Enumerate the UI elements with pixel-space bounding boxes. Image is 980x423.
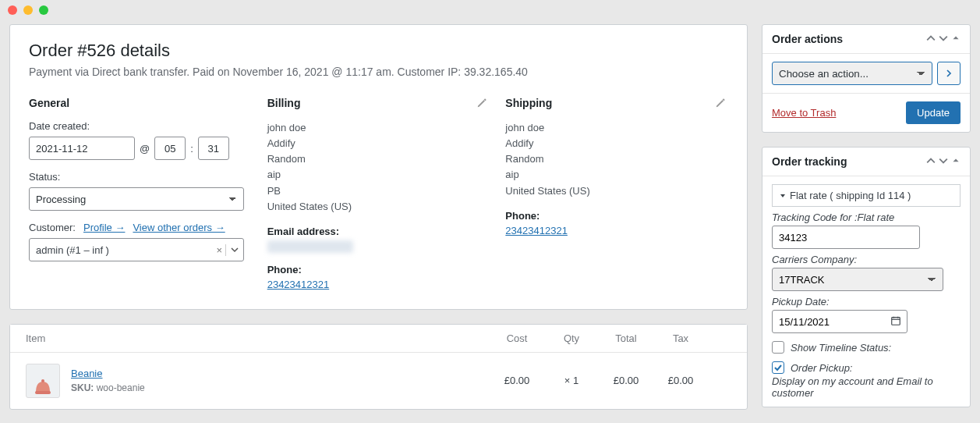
status-select[interactable]: Processing bbox=[29, 187, 244, 211]
panel-down-icon[interactable] bbox=[939, 156, 948, 168]
header-item: Item bbox=[26, 332, 490, 344]
order-pickup-checkbox[interactable] bbox=[772, 361, 784, 374]
shipping-method-toggle[interactable]: Flat rate ( shipping Id 114 ) bbox=[772, 184, 961, 207]
svg-rect-0 bbox=[35, 391, 51, 394]
panel-up-icon[interactable] bbox=[926, 34, 936, 45]
item-total: £0.00 bbox=[599, 375, 653, 386]
svg-point-1 bbox=[41, 379, 44, 382]
customer-select[interactable]: admin (#1 – inf ) × bbox=[29, 238, 244, 261]
colon-symbol: : bbox=[190, 143, 193, 155]
panel-toggle-icon[interactable] bbox=[951, 34, 961, 45]
update-button[interactable]: Update bbox=[906, 101, 961, 124]
customer-clear-icon[interactable]: × bbox=[213, 244, 225, 256]
panel-toggle-icon[interactable] bbox=[951, 156, 961, 168]
shipping-column: Shipping john doe Addify Random aip Unit… bbox=[505, 97, 728, 290]
order-title: Order #526 details bbox=[29, 41, 728, 61]
at-symbol: @ bbox=[140, 143, 150, 155]
chevron-down-icon[interactable] bbox=[225, 244, 239, 256]
item-tax: £0.00 bbox=[653, 375, 708, 386]
billing-heading: Billing bbox=[267, 97, 490, 109]
item-row: Beanie SKU: woo-beanie £0.00 × 1 £0.00 £… bbox=[10, 353, 747, 409]
carrier-label: Carriers Company: bbox=[772, 254, 961, 265]
order-tracking-title: Order tracking bbox=[772, 155, 847, 168]
pickup-date-label: Pickup Date: bbox=[772, 296, 961, 307]
item-cost: £0.00 bbox=[490, 375, 544, 386]
close-window-icon[interactable] bbox=[8, 5, 17, 15]
carrier-select[interactable]: 17TRACK bbox=[772, 268, 943, 291]
customer-label: Customer: bbox=[29, 222, 76, 233]
window-chrome bbox=[0, 0, 980, 20]
billing-address: john doe Addify Random aip PB United Sta… bbox=[267, 120, 490, 215]
minimize-window-icon[interactable] bbox=[23, 5, 33, 15]
shipping-heading: Shipping bbox=[505, 97, 728, 109]
timeline-label: Show Timeline Status: bbox=[791, 342, 891, 354]
view-orders-link[interactable]: View other orders → bbox=[133, 222, 225, 233]
header-total: Total bbox=[599, 332, 653, 344]
shipping-phone-label: Phone: bbox=[505, 210, 728, 222]
general-heading: General bbox=[29, 97, 252, 109]
hour-input[interactable] bbox=[154, 137, 186, 160]
order-actions-title: Order actions bbox=[772, 33, 843, 45]
item-qty: × 1 bbox=[544, 375, 599, 386]
pencil-icon[interactable] bbox=[714, 98, 725, 112]
product-thumbnail[interactable] bbox=[26, 364, 60, 398]
date-created-label: Date created: bbox=[29, 120, 252, 132]
maximize-window-icon[interactable] bbox=[39, 5, 48, 15]
order-details-panel: Order #526 details Payment via Direct ba… bbox=[9, 24, 748, 310]
order-subtitle: Payment via Direct bank transfer. Paid o… bbox=[29, 66, 728, 78]
general-column: General Date created: @ : Status: Proces… bbox=[29, 97, 252, 290]
move-to-trash-link[interactable]: Move to Trash bbox=[772, 107, 836, 119]
status-label: Status: bbox=[29, 171, 252, 183]
order-tracking-panel: Order tracking Flat rate ( shipping Id 1… bbox=[762, 147, 971, 407]
item-name-link[interactable]: Beanie bbox=[71, 368, 102, 379]
action-go-button[interactable] bbox=[937, 62, 961, 85]
date-created-input[interactable] bbox=[29, 137, 135, 160]
timeline-checkbox[interactable] bbox=[772, 341, 784, 354]
pickup-date-input[interactable] bbox=[772, 310, 907, 333]
pickup-help-text: Display on my account and Email to custo… bbox=[772, 375, 961, 399]
email-label: Email address: bbox=[267, 226, 490, 237]
header-qty: Qty bbox=[544, 332, 599, 344]
billing-phone-link[interactable]: 23423412321 bbox=[267, 279, 330, 290]
shipping-phone-link[interactable]: 23423412321 bbox=[505, 225, 568, 236]
shipping-address: john doe Addify Random aip United States… bbox=[505, 120, 728, 199]
profile-link[interactable]: Profile → bbox=[83, 222, 125, 233]
items-header: Item Cost Qty Total Tax bbox=[10, 325, 747, 353]
tracking-code-label: Tracking Code for :Flat rate bbox=[772, 212, 961, 223]
billing-phone-label: Phone: bbox=[267, 264, 490, 275]
pencil-icon[interactable] bbox=[476, 98, 486, 112]
billing-column: Billing john doe Addify Random aip PB Un… bbox=[267, 97, 490, 290]
header-cost: Cost bbox=[490, 332, 544, 344]
order-pickup-label: Order Pickup: bbox=[791, 362, 852, 374]
item-sku: SKU: woo-beanie bbox=[71, 382, 490, 393]
email-value-redacted bbox=[267, 240, 353, 253]
panel-down-icon[interactable] bbox=[939, 34, 948, 45]
header-tax: Tax bbox=[653, 332, 708, 344]
order-action-select[interactable]: Choose an action... bbox=[772, 62, 932, 85]
tracking-code-input[interactable] bbox=[772, 226, 920, 249]
customer-value: admin (#1 – inf ) bbox=[36, 244, 109, 256]
order-actions-panel: Order actions Choose an action... bbox=[762, 24, 971, 133]
items-panel: Item Cost Qty Total Tax Beanie SKU: woo-… bbox=[9, 324, 748, 410]
panel-up-icon[interactable] bbox=[926, 156, 936, 168]
minute-input[interactable] bbox=[198, 137, 229, 160]
